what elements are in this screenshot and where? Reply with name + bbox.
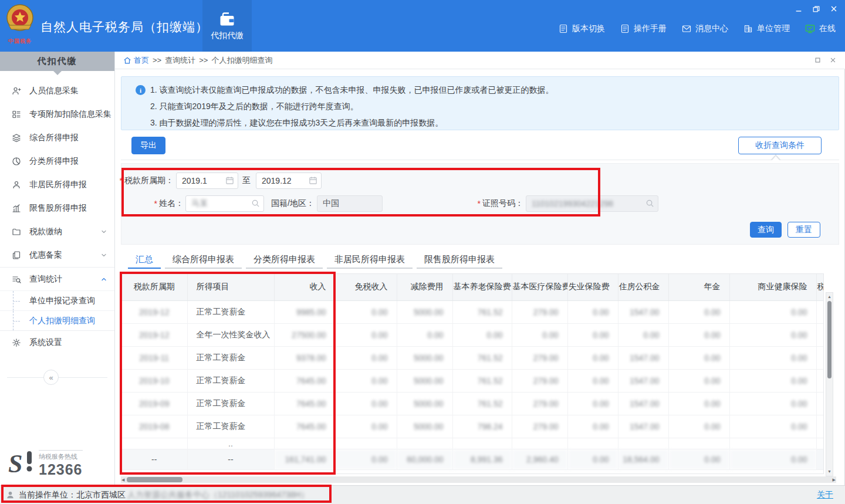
total-cell: 0.00 xyxy=(567,449,618,469)
header-menu-item[interactable]: 操作手册 xyxy=(620,23,667,34)
user-add-icon xyxy=(12,86,21,96)
sidebar-subitem[interactable]: 单位申报记录查询 xyxy=(0,290,114,310)
cell: 0.00 xyxy=(335,392,397,415)
tab-item[interactable]: 非居民所得申报表 xyxy=(327,251,413,269)
cell: 279.00 xyxy=(512,369,567,392)
header-menu-label: 单位管理 xyxy=(757,23,790,34)
cell: 正常工资薪金 xyxy=(187,392,274,415)
scroll-down-icon[interactable]: ▼ xyxy=(826,468,833,475)
table-row: 2019-11正常工资薪金9378.000.005000.00761.52279… xyxy=(121,346,824,369)
header-menu-label: 在线 xyxy=(819,23,836,34)
page-maximize-icon[interactable] xyxy=(813,56,822,65)
info-icon: i xyxy=(136,85,146,95)
collapse-filters-button[interactable]: 收折查询条件 xyxy=(738,137,822,154)
module-tab-label: 代扣代缴 xyxy=(211,31,244,41)
tab-item[interactable]: 综合所得申报表 xyxy=(165,251,242,269)
sidebar-item-label: 专项附加扣除信息采集 xyxy=(29,109,111,120)
name-input[interactable]: 马某 xyxy=(185,195,264,212)
sidebar-item[interactable]: 人员信息采集 xyxy=(0,79,114,103)
sidebar-item[interactable]: 限售股所得申报 xyxy=(0,197,114,220)
cell: 0.00 xyxy=(668,392,729,415)
column-header: 基本医疗保险费 xyxy=(512,274,567,300)
sidebar-subitem[interactable]: 个人扣缴明细查询 xyxy=(0,310,114,330)
cell: 5000.00 xyxy=(397,346,452,369)
cell: 1547.00 xyxy=(618,369,668,392)
breadcrumb-home[interactable]: 首页 xyxy=(123,55,149,66)
cell xyxy=(816,346,824,369)
pie-chart-icon xyxy=(12,157,21,166)
cell: 1547.00 xyxy=(618,300,668,323)
reset-button[interactable]: 重置 xyxy=(787,222,820,238)
cell xyxy=(729,438,816,449)
page-close-icon[interactable] xyxy=(829,56,837,65)
sidebar-item[interactable]: 非居民所得申报 xyxy=(0,173,114,197)
column-header: 年金 xyxy=(668,274,729,300)
sidebar-collapse-button[interactable]: « xyxy=(43,370,59,385)
cell xyxy=(816,438,824,449)
document-icon xyxy=(559,24,568,33)
folder-icon xyxy=(12,227,21,236)
user-icon xyxy=(6,491,15,499)
header-menu-item[interactable]: 单位管理 xyxy=(743,23,790,34)
cell: 761.52 xyxy=(452,369,512,392)
tab-item[interactable]: 分类所得申报表 xyxy=(246,251,323,269)
restore-icon[interactable] xyxy=(811,4,822,14)
vertical-scrollbar[interactable]: ▲ ▼ xyxy=(826,292,833,476)
column-header: 减除费用 xyxy=(397,274,452,300)
sidebar-item[interactable]: 分类所得申报 xyxy=(0,150,114,173)
app-window: 中国税务 自然人电子税务局（扣缴端） 代扣代缴 版本切换操作手册消息中心单位管理… xyxy=(0,0,845,504)
module-tab-withholding[interactable]: 代扣代缴 xyxy=(202,0,252,52)
period-to-input[interactable]: 2019.12 xyxy=(256,172,322,189)
sidebar-item[interactable]: 优惠备案 xyxy=(0,243,114,267)
search-button[interactable]: 查询 xyxy=(750,222,782,238)
cell: 5000.00 xyxy=(397,369,452,392)
header-menu-label: 版本切换 xyxy=(572,23,605,34)
sidebar-item[interactable]: 专项附加扣除信息采集 xyxy=(0,103,114,126)
breadcrumb-separator: >> xyxy=(199,56,208,65)
sidebar-item-label: 人员信息采集 xyxy=(29,86,107,96)
header-menu-item[interactable]: 在线 xyxy=(805,23,836,34)
cell xyxy=(816,369,824,392)
cell: .. xyxy=(187,438,274,449)
period-from-input[interactable]: 2019.1 xyxy=(176,172,238,189)
header-menu-item[interactable]: 消息中心 xyxy=(682,23,728,34)
cell: 0.00 xyxy=(567,415,618,438)
cell: 761.52 xyxy=(452,346,512,369)
horizontal-scrollbar-thumb[interactable] xyxy=(127,477,182,482)
horizontal-scrollbar[interactable]: ◀ ▶ xyxy=(121,476,836,483)
scroll-left-icon[interactable]: ◀ xyxy=(121,476,124,483)
cell: 0.00 xyxy=(512,323,567,346)
current-unit-visible: 北京市西城区 xyxy=(76,490,126,500)
cell xyxy=(816,415,824,438)
about-link[interactable]: 关于 xyxy=(817,490,833,500)
cell: 0.00 xyxy=(729,369,816,392)
sidebar-item-settings[interactable]: 系统设置 xyxy=(0,331,114,354)
export-button[interactable]: 导出 xyxy=(131,137,165,154)
notice-line-3: 3. 由于数据处理的滞后性，建议您在申报成功3天之后再来查询最新的申报数据。 xyxy=(150,116,443,130)
vertical-scrollbar-thumb[interactable] xyxy=(827,301,832,378)
cell: 0.00 xyxy=(729,415,816,438)
cell: 0.00 xyxy=(729,346,816,369)
scroll-right-icon[interactable]: ▶ xyxy=(833,476,836,483)
table-row: 2019-09正常工资薪金7645.000.005000.00761.52279… xyxy=(121,392,824,415)
minimize-icon[interactable] xyxy=(793,4,804,14)
id-number-input[interactable]: 110102199304221298 xyxy=(526,195,658,212)
close-icon[interactable] xyxy=(829,4,839,14)
hotline-label: 纳税服务热线 xyxy=(39,450,83,461)
tab-active[interactable]: 汇总 xyxy=(128,251,161,269)
sidebar-item-label: 限售股所得申报 xyxy=(29,203,107,214)
cell: 全年一次性奖金收入 xyxy=(187,323,274,346)
scroll-up-icon[interactable]: ▲ xyxy=(826,293,833,300)
sidebar-item-label: 优惠备案 xyxy=(29,250,92,261)
sidebar-item[interactable]: 查询统计 xyxy=(0,267,114,290)
sidebar-collapse-row: « xyxy=(0,370,114,385)
cell: 279.00 xyxy=(512,392,567,415)
tab-item[interactable]: 限售股所得申报表 xyxy=(417,251,502,269)
sidebar-item[interactable]: 税款缴纳 xyxy=(0,220,114,243)
cell: 0.00 xyxy=(567,346,618,369)
building-icon xyxy=(743,24,753,33)
cell: 正常工资薪金 xyxy=(187,346,274,369)
sidebar-item[interactable]: 综合所得申报 xyxy=(0,126,114,150)
cell xyxy=(274,438,335,449)
header-menu-item[interactable]: 版本切换 xyxy=(559,23,605,34)
